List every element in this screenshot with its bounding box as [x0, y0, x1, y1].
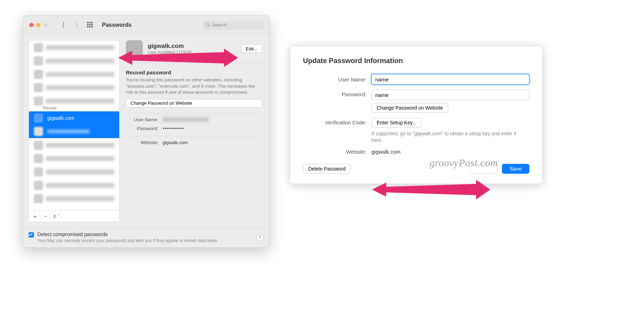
website-label: Website: [126, 140, 158, 145]
watermark: groovyPost.com [430, 157, 498, 169]
annotation-arrow-edit [118, 49, 238, 67]
detect-compromised-label: Detect compromised passwords [37, 232, 218, 237]
passwords-sidebar: Reused gigwalk.com + − ⊙ ˅ [29, 40, 120, 222]
show-all-prefs-button[interactable] [87, 22, 95, 28]
list-item[interactable] [32, 166, 116, 178]
verification-hint: If supported, go to "gigwalk.com" to obt… [371, 130, 527, 144]
list-item[interactable] [32, 41, 116, 54]
svg-marker-2 [118, 51, 224, 65]
verification-row: Verification Code: Enter Setup Key... If… [303, 118, 529, 144]
list-item[interactable] [32, 192, 116, 205]
window-bottom: Detect compromised passwords Your Mac ca… [23, 228, 269, 245]
remove-password-button[interactable]: − [41, 212, 51, 221]
update-password-sheet: Update Password Information User Name: P… [290, 46, 542, 184]
list-item[interactable] [32, 81, 116, 94]
enter-setup-key-button[interactable]: Enter Setup Key... [371, 118, 422, 128]
nav-forward-button[interactable]: ⟩ [72, 21, 81, 29]
zoom-window-btn[interactable] [43, 23, 48, 27]
minimize-window-btn[interactable] [36, 23, 41, 27]
username-row: User Name: [126, 117, 262, 122]
change-password-website-button[interactable]: Change Password on Website [126, 99, 262, 107]
edit-button[interactable]: Edit... [241, 44, 262, 53]
list-item[interactable] [29, 125, 119, 138]
password-input[interactable] [371, 90, 529, 100]
site-domain-label: gigwalk.com [47, 115, 74, 121]
website-value: gigwalk.com [163, 140, 188, 145]
list-item[interactable] [32, 152, 116, 165]
svg-line-1 [208, 25, 209, 26]
help-button[interactable]: ? [256, 234, 263, 241]
annotation-arrow-save [372, 180, 490, 199]
search-field[interactable]: Search [203, 20, 264, 30]
add-password-button[interactable]: + [30, 212, 40, 221]
titlebar: ⟨ ⟩ Passwords Search [23, 16, 269, 35]
sidebar-footer: + − ⊙ ˅ [29, 210, 119, 222]
svg-marker-5 [476, 180, 490, 199]
website-value: gigwalk.com [371, 149, 529, 155]
warning-title: Reused password [126, 69, 262, 75]
verification-label: Verification Code: [303, 119, 366, 125]
warning-body: You're reusing this password on other we… [126, 77, 262, 95]
search-placeholder: Search [212, 22, 226, 27]
search-icon [206, 23, 210, 27]
close-window-btn[interactable] [29, 23, 34, 27]
site-favicon [34, 113, 43, 123]
list-item[interactable] [32, 139, 116, 152]
nav-back-button[interactable]: ⟨ [59, 21, 67, 29]
password-list[interactable]: Reused gigwalk.com [29, 41, 119, 210]
delete-password-button[interactable]: Delete Password [303, 164, 351, 174]
list-item[interactable] [32, 179, 116, 192]
username-value [163, 117, 208, 122]
detect-compromised-checkbox[interactable] [29, 232, 34, 237]
password-label: Password: [126, 126, 158, 131]
svg-marker-3 [224, 49, 238, 67]
svg-point-0 [206, 23, 209, 26]
password-label: Password: [303, 91, 366, 97]
password-row: Password: ••••••••••• [126, 126, 262, 131]
reused-tag: Reused [43, 106, 119, 110]
username-label: User Name: [303, 76, 366, 82]
list-item[interactable] [32, 68, 116, 81]
traffic-lights [29, 23, 48, 27]
password-value: ••••••••••• [163, 126, 184, 131]
window-title: Passwords [102, 22, 198, 28]
username-label: User Name: [126, 117, 158, 122]
password-row: Password: Change Password on Website [303, 90, 529, 113]
list-item[interactable] [32, 55, 116, 67]
save-button[interactable]: Save [502, 164, 529, 174]
username-input[interactable] [371, 74, 529, 85]
username-row: User Name: [303, 74, 529, 85]
detect-compromised-hint: Your Mac can securely monitor your passw… [37, 238, 218, 243]
svg-marker-4 [372, 183, 476, 197]
change-password-website-button[interactable]: Change Password on Website [371, 103, 448, 113]
selected-list-item[interactable]: gigwalk.com [29, 111, 119, 125]
detail-pane: gigwalk.com Last modified 1/19/20 Edit..… [124, 40, 263, 222]
website-row: Website: gigwalk.com [303, 149, 529, 155]
website-label: Website: [303, 149, 366, 155]
website-row: Website: gigwalk.com [126, 140, 262, 145]
sheet-title: Update Password Information [303, 57, 529, 65]
actions-menu-button[interactable]: ⊙ ˅ [51, 212, 61, 221]
